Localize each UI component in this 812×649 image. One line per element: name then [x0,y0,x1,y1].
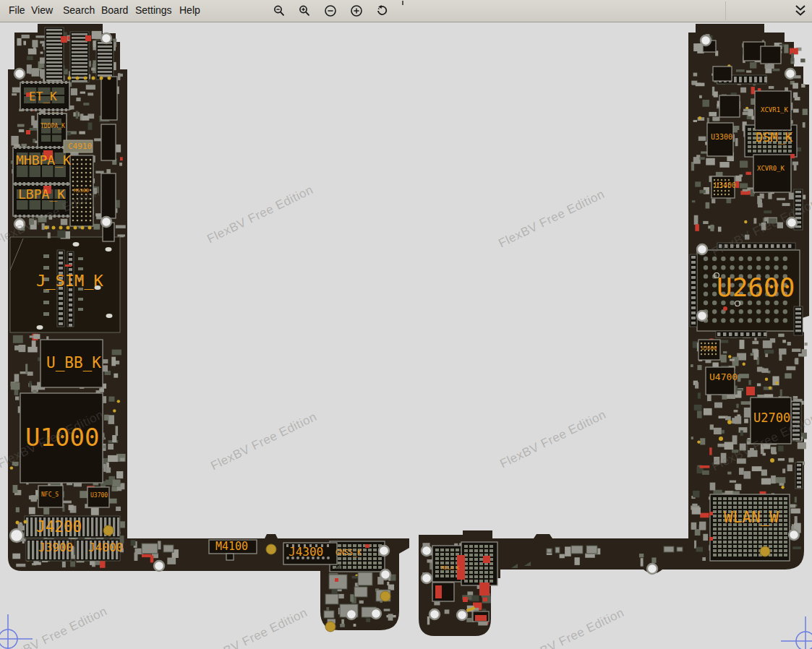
component-label-mhbpa_k[interactable]: MHBPA_K [16,154,71,167]
menu-item-view[interactable]: View [31,0,53,21]
component-label-mela_k[interactable]: MELA_K [441,566,459,571]
circle-minus-icon [324,4,337,17]
shrink-button[interactable] [324,4,337,17]
component-label-u2600[interactable]: U2600 [717,275,795,301]
component-label-j4300[interactable]: J4300 [289,546,323,558]
menu-item-search[interactable]: Search [63,0,95,21]
zoom-out-button[interactable] [273,4,286,17]
component-label-j3900[interactable]: J3900 [38,542,73,554]
component-label-j4200[interactable]: J4200 [36,520,82,535]
component-label-c4910[interactable]: C4910 [68,142,92,150]
menu-item-board[interactable]: Board [101,0,128,21]
component-label-m4100[interactable]: M4100 [215,541,248,552]
menubar-divider [725,1,726,20]
magnifier-plus-icon [298,4,311,17]
menu-item-help[interactable]: Help [179,0,200,21]
magnifier-minus-icon [273,4,286,17]
double-chevron-down-icon [792,4,808,18]
menu-overflow-button[interactable] [792,4,808,18]
menubar-tick [402,1,403,5]
menu-bar: File View Search Board Settings Help [0,0,812,22]
component-label-xcvr1_k[interactable]: XCVR1_K [761,107,788,113]
component-label-u_bb_k[interactable]: U_BB_K [46,356,101,371]
component-label-u2700[interactable]: U2700 [753,412,790,424]
board-view-canvas[interactable]: ET_KTDDPA_KC4910MHBPA_KM5500LBPA_KJ_SIM_… [0,0,812,649]
component-label-m5500[interactable]: M5500 [74,189,89,194]
component-label-lbpa_k[interactable]: LBPA_K [18,188,65,201]
rotate-ccw-icon [376,4,389,17]
component-label-gnss_k[interactable]: GNSS_K [336,549,362,556]
component-label-u3400[interactable]: U3400 [714,182,736,189]
menu-item-file[interactable]: File [9,0,25,21]
component-label-et_k[interactable]: ET_K [29,91,57,103]
menu-item-settings[interactable]: Settings [135,0,172,21]
component-label-wlan_w[interactable]: WLAN_W [724,510,779,525]
component-label-tddpa_k[interactable]: TDDPA_K [40,124,65,129]
component-label-u3300[interactable]: U3300 [711,134,732,141]
component-label-j4000[interactable]: J4000 [88,542,123,554]
component-label-u3600[interactable]: U3600 [701,346,717,351]
component-label-u3700[interactable]: U3700 [90,493,108,499]
component-label-xcvr0_k[interactable]: XCVR0_K [757,166,785,172]
component-label-u1000[interactable]: U1000 [25,425,99,450]
component-label-dsm_k[interactable]: DSM_K [756,132,792,144]
circle-plus-icon [350,4,363,17]
zoom-in-button[interactable] [298,4,311,17]
enlarge-button[interactable] [350,4,363,17]
rotate-button[interactable] [376,4,389,17]
component-label-j_sim_k[interactable]: J_SIM_K [36,273,103,289]
component-label-nfc_s[interactable]: NFC_S [41,492,59,498]
component-label-u4700[interactable]: U4700 [709,372,738,382]
